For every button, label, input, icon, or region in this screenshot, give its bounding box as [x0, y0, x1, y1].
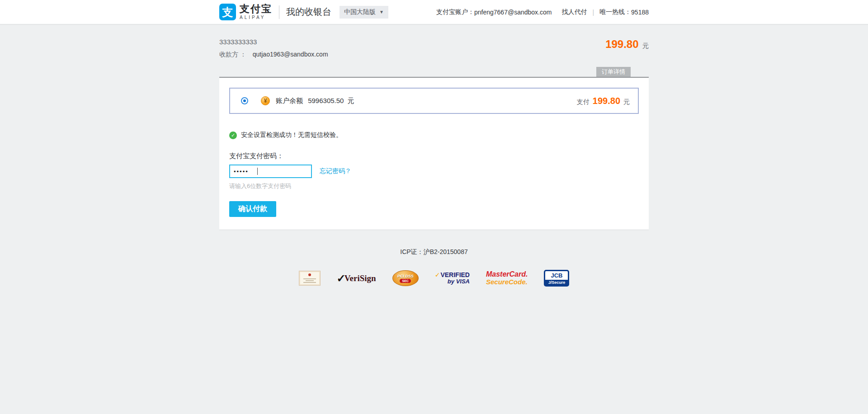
visa-check-icon: ✓	[435, 272, 440, 278]
brand-name-en: ALIPAY	[240, 15, 272, 20]
verisign-logo: ✓ VeriSign	[337, 272, 376, 285]
pay-currency: 元	[623, 98, 630, 106]
order-amount-value: 199.80	[605, 38, 638, 50]
hotline-value: 95188	[631, 9, 649, 16]
security-notice-text: 安全设置检测成功！无需短信校验。	[241, 131, 342, 139]
password-hint: 请输入6位数字支付密码	[229, 182, 639, 190]
text-cursor	[257, 168, 258, 175]
mastercard-securecode-logo: MasterCard. SecureCode.	[486, 271, 528, 286]
region-selector[interactable]: 中国大陆版 ▼	[340, 6, 388, 19]
brand-divider	[279, 5, 279, 19]
icp-license: ICP证：沪B2-20150087	[0, 248, 868, 256]
header: 支 支付宝 ALIPAY 我的收银台 中国大陆版 ▼ 支付宝账户： pnfeng…	[0, 0, 868, 24]
account-value: pnfeng7667@sandbox.com	[474, 9, 552, 16]
payee-label: 收款方 ：	[219, 51, 246, 58]
region-selector-label: 中国大陆版	[344, 8, 376, 16]
license-seal-icon	[308, 273, 311, 276]
chevron-down-icon: ▼	[379, 9, 384, 14]
icp-label: ICP证：	[400, 248, 423, 255]
brand: 支 支付宝 ALIPAY 我的收银台 中国大陆版 ▼	[219, 4, 388, 20]
hotline-label: 唯一热线：	[599, 8, 631, 16]
order-details-tab[interactable]: 订单详情	[596, 67, 631, 77]
order-amount: 199.80 元	[605, 38, 649, 59]
payee-value: qutjao1963@sandbox.com	[253, 51, 328, 58]
account-label: 支付宝账户：	[436, 8, 474, 16]
payment-method-balance[interactable]: ¥ 账户余额 5996305.50 元 支付 199.80 元	[229, 88, 639, 114]
forgot-password-link[interactable]: 忘记密码？	[320, 167, 351, 175]
header-account-area: 支付宝账户： pnfeng7667@sandbox.com 找人代付 | 唯一热…	[436, 8, 649, 16]
alipay-logo-icon: 支	[219, 4, 236, 20]
pay-for-other-link[interactable]: 找人代付	[561, 8, 587, 16]
jcb-jsecure-logo: JCB J/Secure	[544, 270, 569, 287]
security-notice: ✓ 安全设置检测成功！无需短信校验。	[229, 131, 639, 139]
icp-value: 沪B2-20150087	[424, 248, 468, 255]
balance-radio[interactable]	[241, 97, 248, 104]
brand-name-cn: 支付宝	[240, 4, 272, 14]
confirm-payment-button[interactable]: 确认付款	[229, 201, 276, 217]
balance-currency: 元	[348, 97, 354, 104]
alipay-cashier-page: 支 支付宝 ALIPAY 我的收银台 中国大陆版 ▼ 支付宝账户： pnfeng…	[0, 0, 868, 414]
business-license-logo	[299, 271, 321, 286]
footer: ICP证：沪B2-20150087 ✓ VeriSign PCI DSS SEC…	[0, 248, 868, 287]
security-logos: ✓ VeriSign PCI DSS SEC ✓ VERIFIED by VIS…	[0, 270, 868, 287]
order-summary: 3333333333 收款方 ： qutjao1963@sandbox.com …	[219, 24, 649, 59]
payment-password-label: 支付宝支付密码：	[229, 152, 639, 160]
pay-amount: 199.80	[593, 96, 620, 106]
balance-label: 账户余额	[276, 97, 303, 104]
payment-password-input[interactable]	[229, 165, 312, 178]
order-amount-currency: 元	[642, 42, 649, 49]
header-separator: |	[592, 9, 594, 16]
check-circle-icon: ✓	[229, 132, 237, 139]
pay-label: 支付	[577, 98, 590, 106]
verified-by-visa-logo: ✓ VERIFIED by VISA	[435, 272, 470, 285]
balance-value: 5996305.50	[308, 97, 344, 104]
pci-dss-logo: PCI DSS SEC	[392, 270, 419, 286]
page-title: 我的收银台	[286, 6, 331, 18]
coin-icon: ¥	[261, 96, 270, 105]
order-number: 3333333333	[219, 38, 328, 46]
payment-panel: 订单详情 ¥ 账户余额 5996305.50 元 支付 199.80 元 ✓ 安…	[219, 77, 649, 230]
